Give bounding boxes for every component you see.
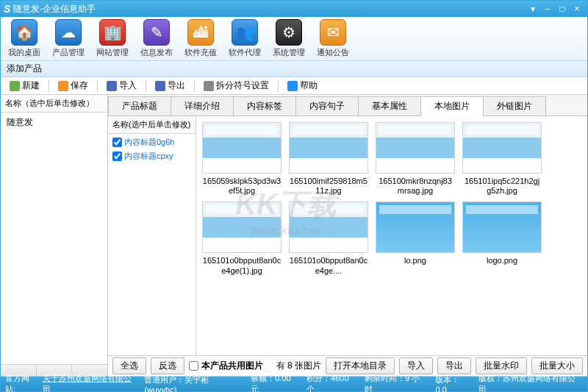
invert-select-button[interactable]: 反选 [151, 357, 184, 374]
tab-0[interactable]: 产品标题 [108, 96, 171, 115]
thumbnail[interactable]: lo.png [376, 202, 455, 275]
tab-2[interactable]: 内容标签 [233, 96, 296, 115]
tab-3[interactable]: 内容句子 [295, 96, 359, 115]
help-button[interactable]: 帮助 [283, 78, 322, 93]
toolbar-website[interactable]: 🏢网站管理 [95, 19, 130, 58]
window-title: 随意发-企业信息助手 [13, 3, 96, 15]
toolbar-agent[interactable]: 👥软件代理 [227, 19, 262, 58]
thumbnail-label: 165101o0bpput8an0ce4ge.... [289, 256, 368, 275]
thumbnail-label: 165100imif259818m511z.jpg [289, 177, 368, 196]
minimize-button[interactable]: – [540, 4, 555, 14]
thumbnail-area[interactable]: 165059sklpk53pd3w3ef5t.jpg165100imif2598… [196, 116, 587, 355]
new-button[interactable]: 新建 [5, 78, 44, 93]
import-images-button[interactable]: 导入 [399, 357, 433, 374]
left-panel: 名称（选中后单击修改） 随意发 [1, 95, 108, 376]
select-all-button[interactable]: 全选 [112, 357, 146, 374]
status-points: 积分：4600个 [306, 373, 356, 392]
help-icon [287, 81, 298, 91]
status-copyright: 版权：苏州欢盛网络有限公司 [478, 373, 583, 392]
thumbnail-image[interactable] [202, 122, 282, 174]
thumbnail-image[interactable] [289, 122, 368, 174]
export-images-button[interactable]: 导出 [437, 357, 471, 374]
save-button[interactable]: 保存 [54, 78, 93, 93]
thumbnail-image[interactable] [376, 202, 455, 253]
thumbnail[interactable]: logo.png [462, 202, 542, 275]
settings-icon[interactable]: ▾ [526, 4, 540, 14]
toolbar-notice[interactable]: ✉通知公告 [315, 19, 351, 58]
site-label: 官方网站: [5, 373, 40, 392]
desktop-icon: 🏠 [11, 19, 37, 46]
export-button[interactable]: 导出 [151, 78, 190, 93]
status-version: 版本：0.0 [435, 374, 470, 393]
import-button[interactable]: 导入 [102, 78, 141, 93]
close-button[interactable]: × [570, 4, 584, 14]
toolbar-system[interactable]: ⚙系统管理 [271, 19, 306, 58]
tab-6[interactable]: 外链图片 [483, 96, 546, 115]
thumbnail[interactable]: 165101ipq5c221h2gjg5zh.jpg [462, 122, 542, 196]
system-icon: ⚙ [276, 19, 302, 46]
split-icon [204, 81, 214, 91]
save-icon [58, 81, 68, 91]
thumbnail[interactable]: 165100imif259818m511z.jpg [289, 122, 368, 196]
left-panel-header: 名称（选中后单击修改） [1, 95, 107, 113]
action-toolbar: 新建保存导入导出拆分符号设置帮助 [1, 77, 587, 95]
thumbnail-label: 165101ipq5c221h2gjg5zh.jpg [462, 177, 542, 196]
thumbnail-image[interactable] [202, 202, 282, 253]
tab-1[interactable]: 详细介绍 [171, 96, 234, 115]
thumbnail-image[interactable] [289, 202, 368, 253]
agent-icon: 👥 [232, 19, 258, 46]
sub-left-panel: 名称(选中后单击修改) 内容标题0g6h内容标题cpxy [108, 116, 196, 355]
export-icon [155, 81, 165, 91]
tab-5[interactable]: 本地图片 [420, 96, 484, 116]
new-icon [10, 81, 20, 91]
titlebar[interactable]: S 随意发-企业信息助手 ▾ – □ × [1, 1, 587, 17]
status-bar: 官方网站: 关于苏州欢盛网络有限公司 普通用户：吴宇彬 (wuyybc) 余额：… [1, 377, 587, 391]
maximize-button[interactable]: □ [555, 4, 570, 14]
shared-images-checkbox[interactable]: 本产品共用图片 [189, 360, 263, 372]
thumbnail-label: lo.png [404, 256, 426, 266]
product-icon: ☁ [55, 19, 82, 46]
toolbar-recharge[interactable]: 🏙软件充值 [183, 19, 218, 58]
image-count: 有 8 张图片 [276, 360, 321, 372]
thumbnail-image[interactable] [376, 122, 455, 174]
publish-icon: ✎ [143, 19, 170, 46]
content-title-item[interactable]: 内容标题cpxy [111, 149, 193, 163]
sub-left-header: 名称(选中后单击修改) [108, 116, 196, 134]
toolbar-publish[interactable]: ✎信息发布 [139, 19, 174, 58]
thumbnail[interactable]: 165101o0bpput8an0ce4ge.... [289, 202, 368, 275]
thumbnail-image[interactable] [462, 202, 542, 253]
left-panel-list[interactable]: 随意发 [1, 113, 107, 364]
app-logo-icon: S [4, 3, 10, 15]
thumbnail[interactable]: 165059sklpk53pd3w3ef5t.jpg [202, 122, 282, 196]
batch-resize-button[interactable]: 批量大小 [531, 357, 583, 374]
app-window: S 随意发-企业信息助手 ▾ – □ × 🏠我的桌面☁产品管理🏢网站管理✎信息发… [0, 0, 588, 392]
content-title-list[interactable]: 内容标题0g6h内容标题cpxy [108, 134, 196, 355]
import-icon [107, 81, 117, 91]
tab-content: 名称(选中后单击修改) 内容标题0g6h内容标题cpxy 165059sklpk… [108, 116, 587, 355]
thumbnail[interactable]: 165101o0bpput8an0ce4ge(1).jpg [202, 202, 282, 275]
section-header: 添加产品 [1, 61, 587, 77]
thumbnail-image[interactable] [462, 122, 542, 174]
open-dir-button[interactable]: 打开本地目录 [326, 357, 395, 374]
section-title: 添加产品 [7, 63, 42, 75]
status-user: 普通用户：吴宇彬 (wuyybc) [144, 374, 243, 393]
status-balance: 余额：0.00元 [251, 373, 298, 392]
recharge-icon: 🏙 [187, 19, 214, 46]
left-item[interactable]: 随意发 [1, 114, 107, 131]
thumbnail-label: logo.png [487, 256, 517, 266]
content-title-item[interactable]: 内容标题0g6h [111, 135, 193, 149]
main-toolbar: 🏠我的桌面☁产品管理🏢网站管理✎信息发布🏙软件充值👥软件代理⚙系统管理✉通知公告 [1, 17, 587, 61]
toolbar-product[interactable]: ☁产品管理 [51, 19, 86, 58]
split-button[interactable]: 拆分符号设置 [199, 78, 273, 93]
thumbnail-label: 165101o0bpput8an0ce4ge(1).jpg [202, 256, 282, 275]
batch-watermark-button[interactable]: 批量水印 [476, 357, 527, 374]
toolbar-desktop[interactable]: 🏠我的桌面 [7, 19, 42, 58]
right-area: 产品标题详细介绍内容标签内容句子基本属性本地图片外链图片 名称(选中后单击修改)… [108, 95, 587, 376]
thumbnail[interactable]: 165100mkr8nzqnj83mrsag.jpg [376, 122, 455, 196]
site-link[interactable]: 关于苏州欢盛网络有限公司 [43, 373, 139, 392]
thumbnail-label: 165100mkr8nzqnj83mrsag.jpg [376, 177, 455, 196]
website-icon: 🏢 [99, 19, 126, 46]
tab-bar: 产品标题详细介绍内容标签内容句子基本属性本地图片外链图片 [108, 95, 587, 116]
tab-4[interactable]: 基本属性 [358, 96, 421, 115]
notice-icon: ✉ [320, 19, 346, 46]
